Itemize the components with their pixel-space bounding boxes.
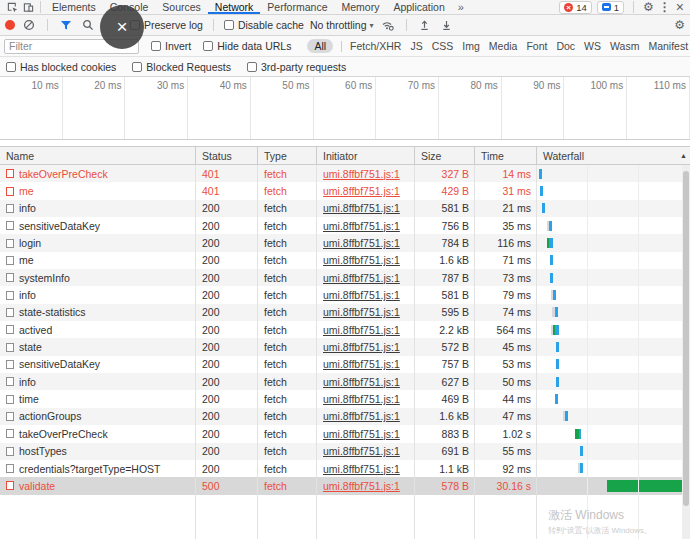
import-har-icon[interactable] bbox=[417, 18, 433, 32]
request-type-pill[interactable]: Img bbox=[462, 40, 480, 52]
column-header-waterfall[interactable]: Waterfall ▲ bbox=[537, 147, 690, 164]
filter-option-checkbox[interactable]: Invert bbox=[151, 40, 191, 52]
close-devtools-icon[interactable]: × bbox=[676, 0, 684, 14]
request-row[interactable]: state-statistics200fetchumi.8ffbf751.js:… bbox=[0, 304, 690, 321]
request-row[interactable]: state200fetchumi.8ffbf751.js:1572 B45 ms bbox=[0, 338, 690, 355]
request-initiator[interactable]: umi.8ffbf751.js:1 bbox=[317, 254, 415, 266]
vertical-scrollbar[interactable] bbox=[682, 165, 690, 539]
disable-cache-checkbox[interactable]: Disable cache bbox=[224, 19, 304, 31]
request-type-pill[interactable]: Fetch/XHR bbox=[350, 40, 401, 52]
request-type-pill[interactable]: Font bbox=[526, 40, 547, 52]
error-count-badge[interactable]: × 14 bbox=[559, 1, 592, 14]
column-header-name[interactable]: Name bbox=[0, 147, 196, 164]
request-row[interactable]: actionGroups200fetchumi.8ffbf751.js:11.6… bbox=[0, 408, 690, 425]
throttling-dropdown[interactable]: No throttling ▾ bbox=[310, 19, 374, 31]
request-initiator[interactable]: umi.8ffbf751.js:1 bbox=[317, 237, 415, 249]
panel-tab[interactable]: Network bbox=[208, 0, 261, 14]
waterfall-bar bbox=[607, 480, 684, 492]
request-initiator[interactable]: umi.8ffbf751.js:1 bbox=[317, 272, 415, 284]
search-icon[interactable] bbox=[80, 18, 96, 32]
request-type: fetch bbox=[258, 324, 317, 336]
record-network-log-button[interactable] bbox=[5, 20, 15, 30]
request-type-pill[interactable]: Media bbox=[489, 40, 518, 52]
clear-network-log-icon[interactable] bbox=[21, 18, 37, 32]
panel-tab[interactable]: Performance bbox=[260, 0, 334, 14]
issues-count-badge[interactable]: 1 bbox=[597, 1, 624, 14]
request-name-cell: actionGroups bbox=[0, 410, 196, 422]
panel-tab[interactable]: Sources bbox=[155, 0, 208, 14]
request-time: 116 ms bbox=[475, 237, 537, 249]
request-size: 578 B bbox=[415, 480, 475, 492]
request-initiator[interactable]: umi.8ffbf751.js:1 bbox=[317, 358, 415, 370]
request-row[interactable]: info200fetchumi.8ffbf751.js:1627 B50 ms bbox=[0, 373, 690, 390]
request-waterfall bbox=[537, 269, 690, 286]
request-row[interactable]: takeOverPreCheck200fetchumi.8ffbf751.js:… bbox=[0, 425, 690, 442]
request-row[interactable]: time200fetchumi.8ffbf751.js:1469 B44 ms bbox=[0, 390, 690, 407]
request-row[interactable]: systemInfo200fetchumi.8ffbf751.js:1787 B… bbox=[0, 269, 690, 286]
request-row[interactable]: login200fetchumi.8ffbf751.js:1784 B116 m… bbox=[0, 234, 690, 251]
request-waterfall bbox=[537, 234, 690, 251]
request-row[interactable]: me200fetchumi.8ffbf751.js:11.6 kB71 ms bbox=[0, 252, 690, 269]
request-initiator[interactable]: umi.8ffbf751.js:1 bbox=[317, 393, 415, 405]
request-initiator[interactable]: umi.8ffbf751.js:1 bbox=[317, 202, 415, 214]
request-type: fetch bbox=[258, 306, 317, 318]
request-row[interactable]: hostTypes200fetchumi.8ffbf751.js:1691 B5… bbox=[0, 443, 690, 460]
request-type-pill[interactable]: JS bbox=[410, 40, 422, 52]
request-initiator[interactable]: umi.8ffbf751.js:1 bbox=[317, 341, 415, 353]
request-type-pill[interactable]: Doc bbox=[556, 40, 575, 52]
request-initiator[interactable]: umi.8ffbf751.js:1 bbox=[317, 376, 415, 388]
settings-gear-icon[interactable]: ⚙ bbox=[643, 1, 654, 13]
request-initiator[interactable]: umi.8ffbf751.js:1 bbox=[317, 445, 415, 457]
network-option-checkbox[interactable]: 3rd-party requests bbox=[247, 61, 346, 73]
column-header-time[interactable]: Time bbox=[475, 147, 537, 164]
filter-option-checkbox[interactable]: Hide data URLs bbox=[203, 40, 291, 52]
request-type-pill[interactable]: WS bbox=[584, 40, 601, 52]
column-header-initiator[interactable]: Initiator bbox=[317, 147, 415, 164]
network-overview-timeline[interactable]: 10 ms20 ms30 ms40 ms50 ms60 ms70 ms80 ms… bbox=[0, 77, 690, 140]
request-waterfall bbox=[537, 408, 690, 425]
request-type-pill[interactable]: Wasm bbox=[610, 40, 639, 52]
request-row[interactable]: sensitiveDataKey200fetchumi.8ffbf751.js:… bbox=[0, 217, 690, 234]
request-row[interactable]: credentials?targetType=HOST200fetchumi.8… bbox=[0, 460, 690, 477]
request-row[interactable]: info200fetchumi.8ffbf751.js:1581 B79 ms bbox=[0, 286, 690, 303]
request-row[interactable]: takeOverPreCheck401fetchumi.8ffbf751.js:… bbox=[0, 165, 690, 182]
network-option-checkbox[interactable]: Has blocked cookies bbox=[6, 61, 116, 73]
network-settings-gear-icon[interactable]: ⚙ bbox=[674, 19, 685, 31]
request-initiator[interactable]: umi.8ffbf751.js:1 bbox=[317, 168, 415, 180]
column-header-type[interactable]: Type bbox=[258, 147, 317, 164]
inspect-element-icon[interactable] bbox=[4, 0, 20, 14]
more-tabs-icon[interactable]: » bbox=[452, 1, 470, 13]
request-initiator[interactable]: umi.8ffbf751.js:1 bbox=[317, 463, 415, 475]
device-toolbar-icon[interactable] bbox=[20, 0, 36, 14]
request-initiator[interactable]: umi.8ffbf751.js:1 bbox=[317, 289, 415, 301]
request-row[interactable]: info200fetchumi.8ffbf751.js:1581 B21 ms bbox=[0, 200, 690, 217]
panel-tab[interactable]: Memory bbox=[334, 0, 386, 14]
panel-tab[interactable]: Elements bbox=[45, 0, 103, 14]
request-waterfall bbox=[537, 321, 690, 338]
column-header-status[interactable]: Status bbox=[196, 147, 258, 164]
panel-tab[interactable]: Application bbox=[386, 0, 451, 14]
request-type-pill[interactable]: CSS bbox=[432, 40, 454, 52]
request-initiator[interactable]: umi.8ffbf751.js:1 bbox=[317, 428, 415, 440]
menu-dots-icon[interactable]: ⋮ bbox=[659, 1, 671, 13]
network-conditions-icon[interactable] bbox=[380, 18, 396, 32]
network-option-checkbox[interactable]: Blocked Requests bbox=[132, 61, 231, 73]
request-initiator[interactable]: umi.8ffbf751.js:1 bbox=[317, 185, 415, 197]
export-har-icon[interactable] bbox=[439, 18, 455, 32]
request-initiator[interactable]: umi.8ffbf751.js:1 bbox=[317, 220, 415, 232]
request-initiator[interactable]: umi.8ffbf751.js:1 bbox=[317, 410, 415, 422]
request-initiator[interactable]: umi.8ffbf751.js:1 bbox=[317, 306, 415, 318]
request-initiator[interactable]: umi.8ffbf751.js:1 bbox=[317, 324, 415, 336]
filter-funnel-icon[interactable] bbox=[58, 18, 74, 32]
request-time: 31 ms bbox=[475, 185, 537, 197]
request-row[interactable]: actived200fetchumi.8ffbf751.js:12.2 kB56… bbox=[0, 321, 690, 338]
request-initiator[interactable]: umi.8ffbf751.js:1 bbox=[317, 480, 415, 492]
scrollbar-thumb[interactable] bbox=[683, 171, 689, 506]
request-row[interactable]: sensitiveDataKey200fetchumi.8ffbf751.js:… bbox=[0, 356, 690, 373]
request-type-pill[interactable]: All bbox=[307, 39, 333, 53]
request-row[interactable]: validate500fetchumi.8ffbf751.js:1578 B30… bbox=[0, 477, 690, 494]
request-type-pill[interactable]: Manifest bbox=[648, 40, 688, 52]
request-row[interactable]: me401fetchumi.8ffbf751.js:1429 B31 ms bbox=[0, 182, 690, 199]
column-header-size[interactable]: Size bbox=[415, 147, 475, 164]
request-status: 200 bbox=[196, 254, 258, 266]
